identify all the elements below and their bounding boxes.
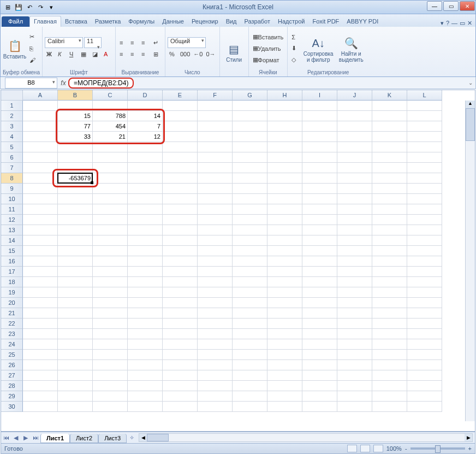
cell[interactable] <box>267 173 302 184</box>
wrap-text-button[interactable]: ↵ <box>152 37 163 48</box>
cell[interactable] <box>372 256 407 267</box>
cell[interactable] <box>93 339 128 350</box>
cell[interactable] <box>233 308 267 319</box>
row-header[interactable]: 26 <box>1 360 23 370</box>
cell[interactable]: 454 <box>93 121 128 132</box>
cell[interactable] <box>23 339 58 350</box>
cell[interactable] <box>233 267 267 277</box>
cell[interactable] <box>407 402 442 412</box>
name-box[interactable]: B8 <box>5 78 57 89</box>
cell[interactable] <box>198 350 233 360</box>
cell[interactable] <box>372 235 407 246</box>
cell[interactable] <box>23 225 58 235</box>
cell[interactable] <box>58 319 93 329</box>
cell[interactable] <box>407 173 442 184</box>
cell[interactable] <box>58 184 93 194</box>
cell[interactable] <box>337 287 372 298</box>
cell[interactable] <box>337 319 372 329</box>
cell[interactable] <box>163 360 198 370</box>
insert-cells-button[interactable]: ▦ Вставить <box>251 32 285 43</box>
cell[interactable] <box>128 163 163 173</box>
cell[interactable] <box>23 142 58 152</box>
cell[interactable] <box>163 329 198 339</box>
cell[interactable] <box>302 308 337 319</box>
cell[interactable] <box>302 194 337 204</box>
cell[interactable] <box>233 339 267 350</box>
cell[interactable]: 12 <box>128 132 163 142</box>
cell[interactable] <box>267 101 302 111</box>
cell[interactable] <box>337 350 372 360</box>
cell[interactable] <box>198 329 233 339</box>
cell[interactable] <box>407 256 442 267</box>
cell[interactable] <box>163 215 198 225</box>
align-top-button[interactable]: ≡ <box>118 37 129 48</box>
cell[interactable] <box>302 339 337 350</box>
tab-abbyy[interactable]: ABBYY PDI <box>343 16 382 27</box>
cell[interactable] <box>302 402 337 412</box>
cell[interactable] <box>372 402 407 412</box>
font-size-select[interactable]: 11 <box>84 37 102 48</box>
cell[interactable] <box>407 152 442 163</box>
cell[interactable] <box>58 360 93 370</box>
cell[interactable] <box>198 360 233 370</box>
cell[interactable] <box>302 381 337 391</box>
cell[interactable] <box>267 256 302 267</box>
cell[interactable] <box>58 204 93 215</box>
cell[interactable]: -653679 <box>58 173 93 184</box>
number-format-select[interactable]: Общий <box>168 37 206 48</box>
cell[interactable] <box>267 308 302 319</box>
cell[interactable] <box>337 121 372 132</box>
cell[interactable] <box>93 184 128 194</box>
doc-min-icon[interactable]: — <box>451 20 457 27</box>
row-header[interactable]: 2 <box>1 111 23 121</box>
align-middle-button[interactable]: ≡ <box>129 37 140 48</box>
cell[interactable] <box>198 339 233 350</box>
cell[interactable] <box>128 277 163 287</box>
cell[interactable] <box>372 381 407 391</box>
find-select-button[interactable]: 🔍 Найти и выделить <box>336 28 366 69</box>
cell[interactable] <box>267 184 302 194</box>
row-header[interactable]: 29 <box>1 391 23 402</box>
sheet-tab-2[interactable]: Лист2 <box>70 434 98 443</box>
cell[interactable] <box>233 184 267 194</box>
cell[interactable] <box>267 215 302 225</box>
cell[interactable] <box>93 246 128 256</box>
cell[interactable] <box>198 204 233 215</box>
cell[interactable] <box>267 267 302 277</box>
cell[interactable] <box>23 391 58 402</box>
select-all-corner[interactable] <box>1 90 23 101</box>
cell[interactable] <box>198 391 233 402</box>
cell[interactable]: 788 <box>93 111 128 121</box>
cell[interactable] <box>337 391 372 402</box>
cell[interactable] <box>407 225 442 235</box>
file-tab[interactable]: Файл <box>2 16 29 27</box>
cell[interactable] <box>163 391 198 402</box>
cell[interactable] <box>198 152 233 163</box>
cell[interactable] <box>407 381 442 391</box>
cell[interactable] <box>337 204 372 215</box>
cell[interactable] <box>337 111 372 121</box>
cell[interactable] <box>407 111 442 121</box>
cell[interactable] <box>93 277 128 287</box>
cell[interactable] <box>302 121 337 132</box>
close-button[interactable]: ✕ <box>460 1 475 11</box>
cell[interactable] <box>337 298 372 308</box>
cell[interactable] <box>267 339 302 350</box>
cell[interactable] <box>267 163 302 173</box>
cell[interactable] <box>337 173 372 184</box>
column-header[interactable]: K <box>372 90 407 101</box>
cell[interactable] <box>302 152 337 163</box>
fill-color-button[interactable]: ◪ <box>91 49 102 60</box>
cell[interactable] <box>128 319 163 329</box>
cell[interactable] <box>337 360 372 370</box>
cell[interactable] <box>128 152 163 163</box>
row-header[interactable]: 20 <box>1 298 23 308</box>
cell[interactable] <box>163 152 198 163</box>
tab-addins[interactable]: Надстрой <box>274 16 308 27</box>
cell[interactable] <box>233 298 267 308</box>
cell[interactable] <box>372 329 407 339</box>
tab-insert[interactable]: Вставка <box>61 16 91 27</box>
format-cells-button[interactable]: ▦ Формат <box>251 55 285 66</box>
cell[interactable] <box>198 381 233 391</box>
cell[interactable] <box>372 267 407 277</box>
